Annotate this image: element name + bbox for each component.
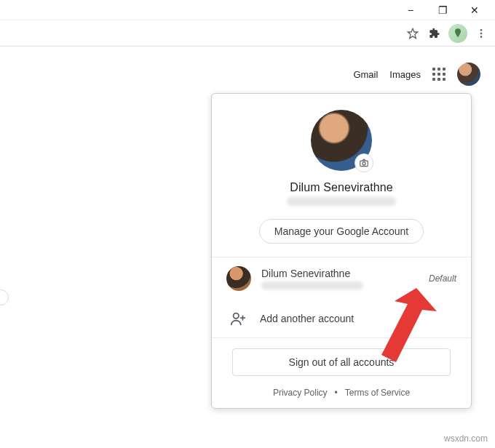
manage-account-button[interactable]: Manage your Google Account bbox=[259, 219, 424, 244]
window-maximize-button[interactable]: ❐ bbox=[427, 0, 459, 20]
avatar-image bbox=[226, 266, 251, 291]
add-account-label: Add another account bbox=[260, 313, 354, 324]
other-account-row[interactable]: Dilum Senevirathne Default bbox=[212, 257, 471, 300]
decoration bbox=[0, 289, 9, 305]
browser-toolbar bbox=[0, 20, 495, 47]
popup-footer: Privacy Policy • Terms of Service bbox=[212, 379, 471, 398]
svg-rect-4 bbox=[360, 161, 368, 167]
account-name: Dilum Senevirathne bbox=[261, 268, 419, 279]
signout-wrap: Sign out of all accounts bbox=[212, 338, 471, 379]
ntp-header: Gmail Images bbox=[0, 60, 495, 89]
account-email bbox=[287, 197, 396, 206]
star-icon[interactable] bbox=[405, 25, 421, 41]
browser-profile-avatar[interactable] bbox=[448, 24, 467, 43]
extensions-icon[interactable] bbox=[427, 25, 443, 41]
gmail-link[interactable]: Gmail bbox=[353, 69, 378, 80]
images-link[interactable]: Images bbox=[389, 69, 421, 80]
person-add-icon bbox=[229, 310, 247, 327]
watermark: wsxdn.com bbox=[444, 433, 488, 444]
svg-point-6 bbox=[234, 313, 239, 319]
camera-icon[interactable] bbox=[355, 153, 373, 172]
privacy-link[interactable]: Privacy Policy bbox=[273, 388, 328, 398]
svg-marker-0 bbox=[408, 28, 417, 38]
sign-out-button[interactable]: Sign out of all accounts bbox=[232, 348, 451, 376]
account-avatar-button[interactable] bbox=[457, 63, 480, 86]
add-account-row[interactable]: Add another account bbox=[212, 300, 471, 337]
svg-point-5 bbox=[363, 162, 365, 165]
separator-dot: • bbox=[335, 388, 338, 398]
account-name: Dilum Senevirathne bbox=[290, 181, 392, 194]
window-titlebar: − ❐ ✕ bbox=[0, 0, 495, 20]
account-switcher-popup: Dilum Senevirathne Manage your Google Ac… bbox=[211, 93, 472, 409]
window-minimize-button[interactable]: − bbox=[395, 0, 427, 20]
account-header: Dilum Senevirathne Manage your Google Ac… bbox=[212, 94, 471, 257]
default-badge: Default bbox=[429, 273, 456, 284]
svg-point-1 bbox=[480, 29, 483, 31]
account-avatar bbox=[311, 110, 372, 171]
account-text: Dilum Senevirathne bbox=[261, 268, 419, 289]
terms-link[interactable]: Terms of Service bbox=[345, 388, 410, 398]
google-apps-icon[interactable] bbox=[432, 68, 446, 81]
chrome-menu-icon[interactable] bbox=[473, 25, 489, 41]
account-email bbox=[261, 281, 363, 289]
svg-point-2 bbox=[480, 32, 483, 34]
window-close-button[interactable]: ✕ bbox=[459, 0, 491, 20]
svg-point-3 bbox=[480, 36, 483, 38]
